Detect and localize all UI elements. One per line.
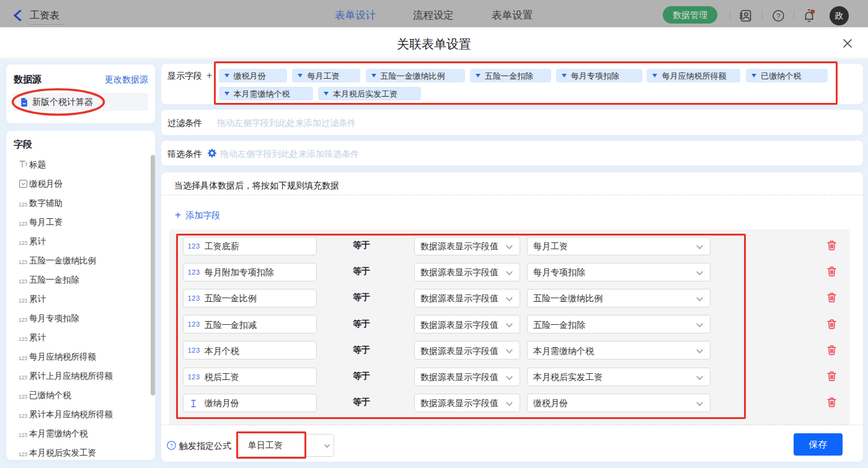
svg-text:?: ?: [776, 12, 780, 19]
svg-text:?: ?: [170, 442, 173, 449]
